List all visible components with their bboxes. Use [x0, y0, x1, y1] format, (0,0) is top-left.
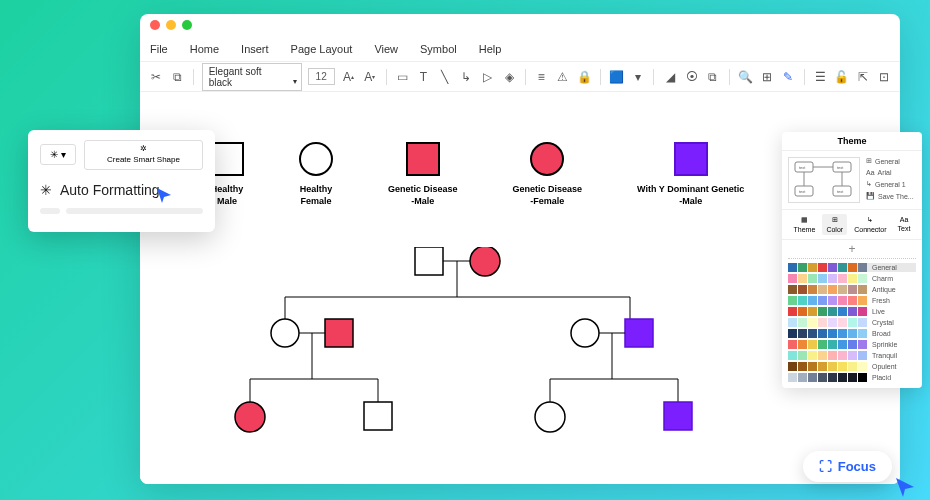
color-swatch[interactable] [798, 285, 807, 294]
color-swatch[interactable] [798, 362, 807, 371]
copy-icon[interactable]: ⧉ [169, 69, 184, 85]
window-minimize-button[interactable] [166, 20, 176, 30]
menu-file[interactable]: File [150, 43, 168, 55]
color-swatch[interactable] [828, 296, 837, 305]
color-swatch[interactable] [818, 362, 827, 371]
color-swatch[interactable] [818, 373, 827, 382]
warning-icon[interactable]: ⚠ [555, 69, 570, 85]
color-swatch[interactable] [828, 263, 837, 272]
paint-icon[interactable]: ▾ [630, 69, 645, 85]
color-swatch[interactable] [838, 340, 847, 349]
color-swatch[interactable] [808, 340, 817, 349]
grid-icon[interactable]: ⊞ [759, 69, 774, 85]
swatch-row[interactable]: Tranquil [788, 351, 916, 360]
node-male[interactable] [364, 402, 392, 430]
connector-icon[interactable]: ↳ [459, 69, 474, 85]
preset-arial[interactable]: AaArial [866, 169, 916, 176]
node-female[interactable] [535, 402, 565, 432]
cut-icon[interactable]: ✂ [148, 69, 163, 85]
color-swatch[interactable] [858, 296, 867, 305]
pointer-icon[interactable]: ▷ [480, 69, 495, 85]
color-swatch[interactable] [848, 263, 857, 272]
color-swatch[interactable] [798, 296, 807, 305]
swatch-row[interactable]: Broad [788, 329, 916, 338]
color-swatch[interactable] [808, 318, 817, 327]
color-swatch[interactable] [848, 296, 857, 305]
add-theme-button[interactable]: + [788, 240, 916, 259]
color-swatch[interactable] [798, 274, 807, 283]
color-swatch[interactable] [828, 351, 837, 360]
color-swatch[interactable] [788, 274, 797, 283]
theme-preview[interactable]: texttexttexttext [788, 157, 860, 203]
fill-icon[interactable]: 🟦 [609, 69, 624, 85]
search-icon[interactable]: 🔍 [738, 69, 753, 85]
color-swatch[interactable] [818, 318, 827, 327]
color-swatch[interactable] [828, 373, 837, 382]
color-swatch[interactable] [808, 307, 817, 316]
color-swatch[interactable] [828, 329, 837, 338]
pen-icon[interactable]: ✎ [780, 69, 795, 85]
swatch-row[interactable]: Sprinkle [788, 340, 916, 349]
swatch-row[interactable]: Fresh [788, 296, 916, 305]
color-swatch[interactable] [788, 351, 797, 360]
color-swatch[interactable] [798, 318, 807, 327]
color-swatch[interactable] [808, 263, 817, 272]
color-swatch[interactable] [798, 263, 807, 272]
color-swatch[interactable] [838, 362, 847, 371]
color-swatch[interactable] [838, 307, 847, 316]
color-swatch[interactable] [828, 318, 837, 327]
bucket-icon[interactable]: ◢ [662, 69, 677, 85]
color-swatch[interactable] [808, 274, 817, 283]
color-swatch[interactable] [818, 285, 827, 294]
color-swatch[interactable] [858, 340, 867, 349]
tab-color[interactable]: ⊞Color [822, 214, 847, 235]
color-swatch[interactable] [808, 373, 817, 382]
node-male-ydom[interactable] [625, 319, 653, 347]
color-swatch[interactable] [848, 351, 857, 360]
window-close-button[interactable] [150, 20, 160, 30]
color-swatch[interactable] [858, 373, 867, 382]
color-swatch[interactable] [828, 340, 837, 349]
tab-theme[interactable]: ▦Theme [790, 214, 820, 235]
color-swatch[interactable] [828, 274, 837, 283]
color-swatch[interactable] [808, 329, 817, 338]
color-swatch[interactable] [808, 296, 817, 305]
color-swatch[interactable] [808, 285, 817, 294]
font-decrease-icon[interactable]: A▾ [362, 69, 377, 85]
more-icon[interactable]: ⊡ [877, 69, 892, 85]
create-smart-shape-button[interactable]: ✲ Create Smart Shape [84, 140, 203, 170]
color-swatch[interactable] [848, 340, 857, 349]
color-swatch[interactable] [788, 340, 797, 349]
color-swatch[interactable] [818, 263, 827, 272]
color-swatch[interactable] [788, 263, 797, 272]
color-swatch[interactable] [818, 307, 827, 316]
color-swatch[interactable] [838, 318, 847, 327]
color-swatch[interactable] [818, 274, 827, 283]
layers-icon[interactable]: ◈ [501, 69, 516, 85]
color-swatch[interactable] [788, 318, 797, 327]
tab-text[interactable]: AaText [894, 214, 915, 235]
menu-home[interactable]: Home [190, 43, 219, 55]
color-swatch[interactable] [828, 285, 837, 294]
color-swatch[interactable] [848, 329, 857, 338]
rectangle-icon[interactable]: ▭ [394, 69, 409, 85]
node-female-affected[interactable] [470, 247, 500, 276]
node-male-affected[interactable] [325, 319, 353, 347]
preset-general[interactable]: ⊞General [866, 157, 916, 165]
color-swatch[interactable] [798, 373, 807, 382]
swatch-row[interactable]: Placid [788, 373, 916, 382]
menu-view[interactable]: View [374, 43, 398, 55]
lock2-icon[interactable]: 🔓 [834, 69, 849, 85]
color-swatch[interactable] [848, 274, 857, 283]
font-increase-icon[interactable]: A▴ [341, 69, 356, 85]
menu-page-layout[interactable]: Page Layout [291, 43, 353, 55]
color-swatch[interactable] [858, 263, 867, 272]
color-swatch[interactable] [858, 362, 867, 371]
color-swatch[interactable] [838, 373, 847, 382]
color-swatch[interactable] [848, 373, 857, 382]
lock-icon[interactable]: 🔒 [576, 69, 591, 85]
swatch-row[interactable]: Opulent [788, 362, 916, 371]
color-swatch[interactable] [798, 340, 807, 349]
color-swatch[interactable] [818, 329, 827, 338]
color-swatch[interactable] [788, 285, 797, 294]
